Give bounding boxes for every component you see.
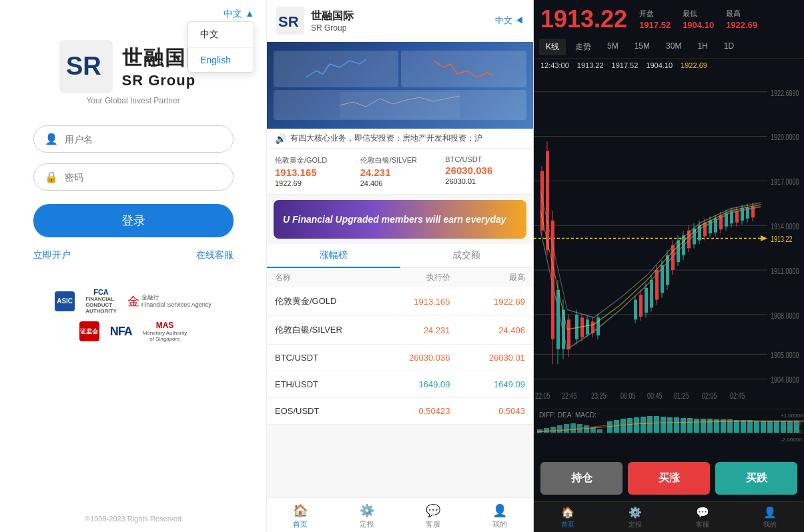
svg-text:1908.0000: 1908.0000: [771, 311, 799, 320]
row-exec-3: 1649.09: [375, 379, 450, 389]
tab-volume[interactable]: 成交额: [400, 244, 534, 267]
svg-text:23:25: 23:25: [591, 391, 606, 400]
table-row[interactable]: ETH/USDT 1649.09 1649.09: [267, 371, 533, 398]
col-exec: 执行价: [375, 272, 450, 283]
user-icon: 👤: [45, 133, 58, 145]
svg-text:00:05: 00:05: [621, 391, 635, 400]
main-price: 1913.22: [540, 5, 627, 33]
logo-area: SR 世融国际 SR Group Your Global Invest Part…: [59, 40, 208, 105]
chart-info-row: 12:43:00 1913.22 1917.52 1904.10 1922.69: [534, 59, 804, 72]
svg-text:1920.0000: 1920.0000: [771, 133, 799, 142]
tab-gainers[interactable]: 涨幅榜: [267, 244, 400, 268]
svg-text:00:45: 00:45: [647, 391, 662, 400]
tab-trend[interactable]: 走势: [568, 39, 598, 55]
tab-1h[interactable]: 1H: [691, 39, 714, 55]
jft-icon: 金 金融厅 Financial Services Agency: [127, 293, 212, 309]
svg-rect-117: [634, 417, 639, 433]
row-exec-2: 26030.036: [375, 353, 450, 363]
password-input[interactable]: [65, 172, 222, 183]
link-row: 立即开户 在线客服: [33, 249, 234, 261]
register-link[interactable]: 立即开户: [33, 249, 71, 261]
banner-grid: [274, 51, 526, 120]
footer-copyright: ©1998-2023 Rights Reserved: [85, 515, 181, 532]
row-high-3: 1649.09: [450, 379, 526, 389]
username-input-group: 👤: [33, 125, 234, 153]
nfa-badge: NFA: [110, 325, 132, 339]
buy-down-button[interactable]: 买跌: [715, 462, 797, 495]
svg-rect-137: [767, 421, 773, 433]
banner-mini-chart-icon: [306, 54, 366, 84]
mid-promo-banner[interactable]: U Financial Upgraded members will earn e…: [274, 200, 526, 239]
stat-low: 最低 1904.10: [683, 9, 714, 30]
mid-nav-profile[interactable]: 👤 我的: [466, 503, 533, 529]
mid-nav-invest[interactable]: ⚙️ 定投: [334, 503, 400, 529]
tab-30m[interactable]: 30M: [659, 39, 688, 55]
banner-chart-3: [274, 90, 526, 120]
mid-lang-toggle[interactable]: 中文 ◀: [495, 15, 524, 27]
service-icon: 💬: [426, 503, 440, 518]
svg-rect-136: [761, 421, 766, 433]
chart-open: 1913.22: [577, 61, 604, 69]
stat-high: 最高 1922.69: [726, 9, 757, 30]
table-row[interactable]: 伦敦白银/SILVER 24.231 24.406: [267, 316, 533, 345]
right-header: 1913.22 开盘 1917.52 最低 1904.10 最高 1922.69: [534, 0, 804, 36]
svg-text:SR: SR: [66, 52, 101, 80]
svg-rect-115: [621, 419, 626, 433]
password-row: 🔒: [33, 163, 234, 191]
banner-mini-chart-2-icon: [434, 54, 494, 84]
mid-nav-profile-label: 我的: [492, 519, 507, 529]
right-nav-profile[interactable]: 👤 我的: [737, 506, 804, 529]
btc-sub: 26030.01: [445, 177, 525, 185]
tab-5m[interactable]: 5M: [600, 39, 625, 55]
table-row[interactable]: EOS/USDT 0.50423 0.5043: [267, 398, 533, 425]
row-exec-1: 24.231: [375, 325, 450, 335]
svg-rect-116: [627, 418, 633, 433]
mas-icon: MAS Monetary Authorityof Singapore: [143, 321, 187, 342]
right-actions: 持仓 买涨 买跌: [534, 455, 804, 501]
silver-label: 伦敦白银/SILVER: [360, 155, 440, 165]
reg-row-2: 证监会 NFA MAS Monetary Authorityof Singapo…: [79, 321, 187, 342]
row-name-2: BTC/USDT: [275, 353, 375, 363]
home-icon: 🏠: [293, 503, 308, 518]
row-name-1: 伦敦白银/SILVER: [275, 324, 375, 336]
lang-option-zh[interactable]: 中文: [188, 22, 254, 48]
mid-table-header: 名称 执行价 最高: [267, 268, 533, 287]
fca-badge: FCA FINANCIALCONDUCTAUTHORITY: [85, 288, 117, 314]
table-row[interactable]: BTC/USDT 26030.036 26030.01: [267, 345, 533, 371]
buy-up-button[interactable]: 买涨: [628, 462, 710, 495]
mid-nav-home[interactable]: 🏠 首页: [267, 503, 334, 529]
asic-badge: ASIC: [55, 291, 75, 311]
tab-1d[interactable]: 1D: [717, 39, 741, 55]
username-row: 👤: [33, 125, 234, 153]
tab-kline[interactable]: K线: [539, 39, 566, 55]
right-nav-home[interactable]: 🏠 首页: [534, 506, 601, 529]
svg-text:1913.22: 1913.22: [771, 235, 792, 244]
table-row[interactable]: 伦敦黄金/GOLD 1913.165 1922.69: [267, 287, 533, 316]
service-link[interactable]: 在线客服: [196, 249, 234, 261]
right-home-icon: 🏠: [561, 506, 574, 519]
lang-option-en[interactable]: English: [188, 48, 254, 72]
lang-toggle[interactable]: 中文 ▲: [224, 8, 254, 20]
username-input[interactable]: [65, 134, 222, 145]
login-button[interactable]: 登录: [33, 204, 234, 237]
stat-open: 开盘 1917.52: [639, 9, 671, 30]
gold-sub: 1922.69: [275, 179, 355, 187]
right-bottom-nav: 🏠 首页 ⚙️ 定投 💬 客服 👤 我的: [534, 501, 804, 532]
silver-sub: 24.406: [360, 179, 440, 187]
svg-text:1911.0000: 1911.0000: [771, 266, 799, 275]
price-col-gold: 伦敦黄金/GOLD 1913.165 1922.69: [275, 155, 355, 187]
right-nav-service[interactable]: 💬 客服: [669, 506, 737, 529]
mid-panel: SR 世融国际 SR Group 中文 ◀: [267, 0, 534, 532]
svg-text:-1.00000: -1.00000: [781, 429, 802, 435]
right-nav-invest[interactable]: ⚙️ 定投: [601, 506, 669, 529]
row-high-1: 24.406: [450, 325, 526, 335]
chart-close: 1922.69: [681, 61, 707, 69]
mid-brand-en: SR Group: [311, 23, 354, 33]
mid-nav-service[interactable]: 💬 客服: [400, 503, 467, 529]
macd-label: DIFF: DEA: MACD:: [539, 411, 596, 419]
chart-low: 1904.10: [646, 61, 673, 69]
hold-button[interactable]: 持仓: [540, 462, 623, 495]
tab-15m[interactable]: 15M: [628, 39, 657, 55]
svg-text:22:45: 22:45: [562, 391, 576, 400]
svg-text:22:05: 22:05: [535, 391, 550, 400]
